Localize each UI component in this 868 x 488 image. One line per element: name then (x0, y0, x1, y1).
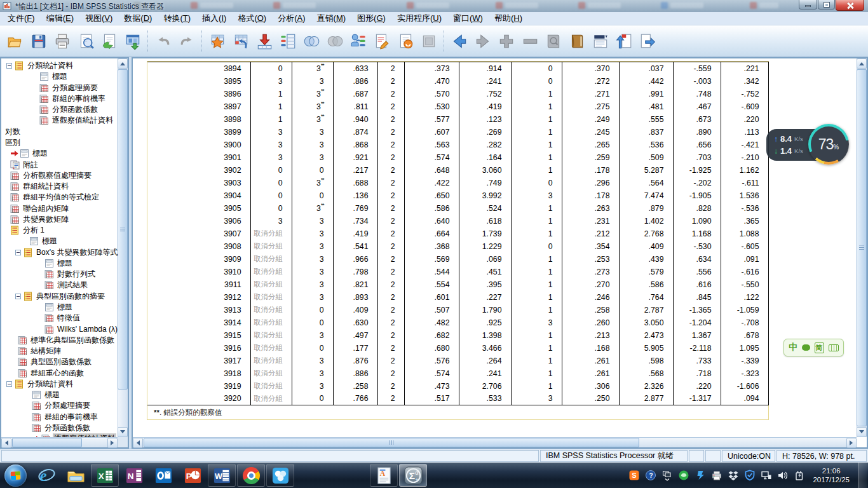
goto-case-button[interactable] (229, 28, 252, 55)
power-tray-icon[interactable] (794, 470, 805, 481)
taskbar-outlook-app[interactable] (149, 464, 177, 487)
outline-item[interactable]: Box's 共變異數矩陣等式 (1, 247, 118, 258)
outline-item[interactable]: 標題 (1, 302, 118, 313)
taskbar-file-explorer-app[interactable] (62, 464, 90, 487)
scroll-up-button[interactable] (857, 58, 867, 69)
outline-item[interactable]: 附註 (1, 159, 118, 170)
outline-item[interactable]: 分類統計資料 (1, 379, 118, 390)
outline-item[interactable]: 群組重心的函數 (1, 367, 118, 378)
select-cases-button[interactable] (323, 28, 346, 55)
menu-item[interactable]: 直销(M) (311, 12, 352, 25)
moon-icon[interactable] (802, 344, 808, 351)
outline-vertical-scrollbar[interactable] (118, 58, 128, 437)
scroll-down-button[interactable] (857, 427, 867, 437)
outline-item[interactable]: 特徵值 (1, 313, 118, 323)
glossary-button[interactable] (565, 28, 588, 55)
scroll-left-button[interactable] (1, 438, 11, 448)
show-desktop-button[interactable] (858, 463, 867, 488)
taskbar-internet-explorer-app[interactable]: e (32, 464, 60, 487)
selected-output-frame[interactable]: 389403**.6332.373.9140.370.037-.559.2213… (147, 61, 769, 420)
help-tray-icon[interactable]: ? (645, 470, 656, 481)
taskbar-start-button[interactable] (3, 464, 31, 487)
outline-item[interactable]: 標準化典型區別函數係數 (1, 335, 118, 346)
content-horizontal-scrollbar[interactable] (133, 437, 857, 447)
outline-item[interactable]: 分析 1 (1, 225, 118, 236)
back-button[interactable] (447, 28, 471, 55)
outline-item[interactable]: 結構矩陣 (1, 346, 118, 356)
scroll-right-button[interactable] (846, 438, 857, 448)
collapse-expander[interactable] (6, 63, 12, 69)
promote-button[interactable] (612, 28, 635, 55)
taskbar-text-document-app[interactable]: A (370, 464, 398, 487)
outline-item[interactable]: 分類函數係數 (1, 423, 118, 433)
menu-item[interactable]: 实用程序(U) (391, 12, 447, 25)
taskbar-onenote-app[interactable]: N (120, 464, 148, 487)
collapse-expander[interactable] (15, 250, 21, 255)
collapse-expander[interactable] (6, 381, 12, 387)
find-button[interactable] (299, 28, 323, 55)
menu-item[interactable]: 文件(F) (2, 12, 41, 25)
taskbar-powerpoint-app[interactable]: P (179, 464, 207, 487)
taskbar-word-app[interactable]: W (208, 464, 236, 487)
variables-button[interactable] (276, 28, 299, 55)
network-tray-icon[interactable] (761, 470, 772, 481)
menu-item[interactable]: 视图(V) (79, 12, 118, 25)
find-in-book-button[interactable] (541, 28, 565, 55)
export-output-button[interactable] (97, 28, 121, 55)
outline-item[interactable]: 標題 (1, 258, 118, 269)
sogou-tray-icon[interactable]: S (628, 470, 640, 481)
scrollbar-thumb[interactable] (12, 438, 82, 447)
minimize-button[interactable] (799, 0, 817, 10)
outline-item[interactable]: 群組的事前機率 (1, 93, 118, 104)
print-preview-button[interactable] (74, 28, 97, 55)
undo-button[interactable] (151, 28, 175, 55)
input-method-bar[interactable]: 中 简 (783, 339, 844, 356)
outline-item[interactable]: 標題 (1, 390, 118, 400)
value-labels-button[interactable] (417, 28, 440, 55)
outline-item[interactable]: 分類函數係數 (1, 104, 118, 115)
print-button[interactable] (50, 28, 74, 55)
collapse-outline-button[interactable] (518, 28, 541, 55)
outline-item[interactable]: 標題 (1, 236, 118, 247)
outline-item[interactable]: 逐觀察值統計資料 (1, 115, 118, 126)
menu-item[interactable]: 窗口(W) (447, 12, 489, 25)
scroll-left-button[interactable] (133, 438, 143, 448)
content-vertical-scrollbar[interactable] (857, 58, 867, 437)
redo-button[interactable] (175, 28, 198, 55)
antivirus-tray-icon[interactable] (678, 470, 689, 481)
restore-button[interactable] (818, 0, 835, 10)
taskbar-clock[interactable]: 21:06 2017/12/25 (813, 466, 850, 484)
scroll-down-button[interactable] (118, 427, 128, 437)
scrollbar-thumb[interactable] (144, 438, 639, 447)
menu-item[interactable]: 编辑(E) (41, 12, 79, 25)
taskbar-chrome-app[interactable] (237, 464, 265, 487)
outline-item[interactable]: 分析觀察值處理摘要 (1, 170, 118, 181)
keyboard-icon[interactable] (829, 344, 839, 351)
outline-item[interactable]: 群組的事前機率 (1, 412, 118, 423)
pc-manager-tray-icon[interactable] (744, 470, 756, 481)
split-file-button[interactable] (346, 28, 370, 55)
menu-item[interactable]: 格式(O) (232, 12, 272, 25)
edit-page-button[interactable] (370, 28, 393, 55)
save-button[interactable] (27, 28, 50, 55)
taskbar-cloud-app-app[interactable] (266, 464, 294, 487)
designate-window-button[interactable] (121, 28, 144, 55)
volume-tray-icon[interactable] (777, 470, 789, 481)
assistant-tray-icon[interactable] (695, 470, 706, 481)
expand-outline-button[interactable] (494, 28, 518, 55)
menu-item[interactable]: 转换(T) (158, 12, 196, 25)
outline-item[interactable]: 共變異數矩陣 (1, 214, 118, 225)
demote-button[interactable] (635, 28, 659, 55)
collapse-expander[interactable] (15, 294, 21, 299)
insert-object-button[interactable] (393, 28, 417, 55)
menu-item[interactable]: 数据(D) (118, 12, 158, 25)
ime-chinese-mode[interactable]: 中 (789, 342, 797, 353)
close-button[interactable] (836, 0, 864, 11)
taskbar-excel-app[interactable]: X (91, 464, 119, 487)
outline-item[interactable]: 典型區別函數的摘要 (1, 291, 118, 302)
forward-button[interactable] (471, 28, 494, 55)
goto-data-button[interactable] (205, 28, 229, 55)
outline-item[interactable]: 分類統計資料 (1, 60, 118, 71)
scroll-up-button[interactable] (118, 58, 128, 69)
outline-item[interactable]: Wilks' Lambda (λ) (1, 323, 118, 334)
